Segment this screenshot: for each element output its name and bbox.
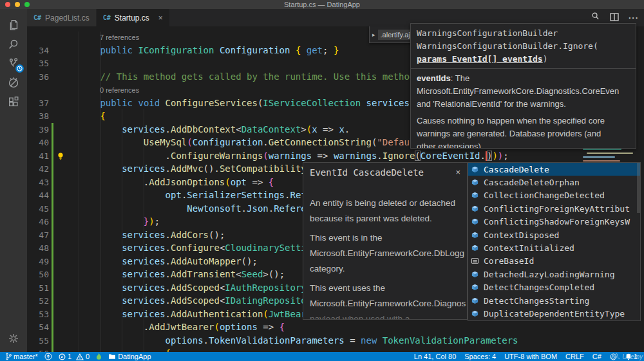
line-number: 41 [27, 150, 49, 163]
suggest-item[interactable]: CascadeDeleteOrphan [468, 176, 640, 189]
explorer-icon[interactable] [0, 15, 27, 35]
code-text[interactable]: .ConfigureWarnings(warnings => warnings.… [57, 151, 509, 161]
code-text[interactable]: .AddJsonOptions(opt => { [57, 177, 274, 187]
warning-icon [76, 353, 84, 360]
suggest-item[interactable]: ContextDisposed [468, 228, 640, 241]
publish-changes-icon[interactable] [44, 353, 52, 360]
tab-pagedlist[interactable]: C# PagedList.cs [27, 9, 97, 26]
git-branch-icon [5, 353, 12, 360]
suggest-item[interactable]: CollectionChangeDetected [468, 189, 640, 202]
code-text[interactable]: services.AddAuthentication(JwtBear [57, 309, 307, 319]
settings-gear-icon[interactable] [0, 333, 27, 344]
git-branch-item[interactable]: master* [5, 352, 38, 361]
suggest-item[interactable]: DetectChangesStarting [468, 294, 640, 307]
suggest-item-label: CascadeDeleteOrphan [484, 178, 580, 187]
toggle-replace-icon[interactable]: ▸ [370, 32, 378, 38]
code-text[interactable]: UseMySql(Configuration.GetConnectionStri… [57, 137, 421, 147]
suggest-item[interactable]: DetachedLazyLoadingWarning [468, 268, 640, 281]
code-text[interactable]: services.AddAutoMapper(); [57, 256, 258, 266]
code-text[interactable]: // This method gets called by the runtim… [57, 71, 415, 82]
suggest-scrollbar[interactable] [637, 163, 640, 213]
code-text[interactable]: options.TokenValidationParameters = new … [57, 335, 518, 346]
close-icon[interactable]: × [455, 166, 460, 179]
workspace-folder-item[interactable]: DatingApp [108, 352, 151, 361]
suggest-doc-line: Microsoft.EntityFrameworkCore.Diagnos [310, 296, 460, 311]
problems-item[interactable]: 1 0 [59, 352, 90, 361]
line-number: 38 [27, 110, 49, 124]
suggest-item[interactable]: CascadeDelete [468, 163, 640, 176]
notifications-bell-item[interactable]: 1 [625, 352, 638, 361]
suggest-docs-body: An entity is being deleted or detachedbe… [310, 196, 460, 320]
code-text[interactable]: public IConfiguration Configuration { ge… [57, 45, 339, 55]
csharp-file-icon: C# [33, 14, 41, 21]
suggest-item[interactable]: ConflictingShadowForeignKeysW [468, 216, 640, 228]
code-text[interactable]: services.AddTransient<Seed>(); [57, 269, 285, 279]
signature-doc-line: warnings are generated. Database provide… [417, 127, 630, 140]
code-text[interactable]: services.AddScoped<IDatingReposito [57, 295, 307, 306]
parameter-doc-line: eventIds: The [417, 72, 630, 85]
codelens-references[interactable]: 0 references [100, 84, 139, 97]
field-icon [471, 205, 480, 213]
tab-startup[interactable]: C# Startup.cs × [97, 9, 169, 26]
code-text[interactable]: public void ConfigureServices(IServiceCo… [57, 98, 415, 108]
suggest-list: CascadeDeleteCascadeDeleteOrphanCollecti… [468, 162, 641, 321]
active-parameter: params EventId[] eventIds [417, 54, 543, 64]
code-text[interactable]: services.Configure<CloudinarySetti [57, 243, 307, 253]
code-text[interactable]: services.AddDbContext<DataContext>(x => … [57, 124, 350, 134]
code-text[interactable]: .AddJwtBearer(options => { [57, 322, 285, 332]
status-bar: master* 1 0 DatingApp Ln 41, Col 80 Spac… [0, 352, 644, 361]
line-number: 49 [27, 255, 49, 269]
debug-icon[interactable] [0, 73, 27, 93]
line-number: 48 [27, 242, 49, 255]
suggest-item-label: ConflictingForeignKeyAttribut [484, 204, 630, 214]
field-icon [471, 297, 480, 305]
suggest-item-label: DetectChangesCompleted [484, 282, 594, 292]
feedback-smiley-icon[interactable] [610, 353, 617, 360]
window-title: Startup.cs — DatingApp [0, 0, 644, 9]
suggest-item[interactable]: DuplicateDependentEntityType [468, 307, 640, 320]
code-text[interactable]: services.AddMvc().SetCompatibility [57, 163, 307, 174]
line-number: 37 [27, 97, 49, 111]
extensions-icon[interactable] [0, 93, 27, 112]
code-text[interactable]: services.AddCors(); [57, 230, 225, 240]
line-number: 46 [27, 216, 49, 229]
flame-icon[interactable] [96, 353, 102, 360]
codelens-references[interactable]: 7 references [100, 31, 139, 44]
signature-line: params EventId[] eventIds) [417, 53, 630, 66]
eol-sequence[interactable]: CRLF [565, 352, 584, 361]
suggest-item[interactable]: DetectChangesCompleted [468, 281, 640, 294]
open-preview-icon[interactable] [591, 12, 600, 24]
find-input[interactable]: .alertify.aj [378, 30, 413, 40]
suggest-item[interactable]: CoreBaseId [468, 255, 640, 268]
code-text[interactable]: }); [57, 216, 160, 227]
constant-icon [471, 257, 480, 265]
suggest-docs-title: EventId CascadeDelete [310, 166, 424, 179]
field-icon [471, 283, 480, 292]
suggest-doc-line: because its parent was deleted. [310, 211, 460, 227]
search-icon[interactable] [0, 35, 27, 54]
code-text[interactable]: Newtonsoft.Json.Refere [57, 203, 307, 214]
line-number: 51 [27, 282, 49, 295]
tab-close-icon[interactable]: × [158, 14, 163, 23]
code-line: 54 .AddJwtBearer(options => { [27, 320, 644, 334]
indentation[interactable]: Spaces: 4 [464, 352, 496, 361]
signature-help-popup: WarningsConfigurationBuilder WarningsCon… [410, 23, 636, 149]
split-editor-icon[interactable] [610, 12, 619, 24]
code-text[interactable]: { [57, 111, 106, 121]
code-line: 56 { [27, 347, 644, 352]
cursor-position[interactable]: Ln 41, Col 80 [414, 352, 456, 361]
csharp-file-icon: C# [103, 14, 111, 21]
tab-label: PagedList.cs [45, 14, 90, 23]
source-control-icon[interactable] [0, 54, 27, 73]
code-text[interactable]: opt.SerializerSettings.Ref [57, 190, 307, 200]
more-actions-icon[interactable]: ··· [629, 13, 639, 23]
code-text[interactable]: services.AddScoped<IAuthRepository [57, 282, 307, 293]
suggest-doc-line: This event is in the [310, 230, 460, 246]
language-mode[interactable]: C# [592, 352, 601, 361]
encoding[interactable]: UTF-8 with BOM [504, 352, 557, 361]
suggest-item[interactable]: ContextInitialized [468, 241, 640, 254]
suggest-item[interactable]: ConflictingForeignKeyAttribut [468, 202, 640, 215]
field-icon [471, 244, 480, 252]
parameter-doc-line: Microsoft.EntityFrameworkCore.Diagnostic… [417, 85, 630, 98]
suggest-item-label: CollectionChangeDetected [484, 190, 605, 200]
